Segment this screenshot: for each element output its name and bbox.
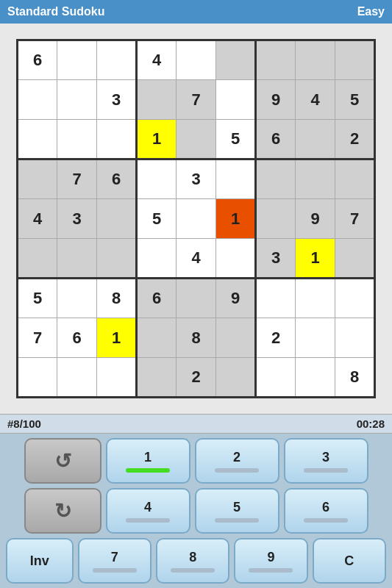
cell-r3-c3[interactable] xyxy=(137,159,177,199)
cell-r2-c0[interactable] xyxy=(18,120,57,159)
cell-r8-c0[interactable] xyxy=(18,358,57,398)
cell-r5-c3[interactable] xyxy=(137,239,177,279)
cell-r0-c1[interactable] xyxy=(57,40,97,80)
cell-r4-c4[interactable] xyxy=(177,199,216,239)
cell-r6-c0[interactable]: 5 xyxy=(18,279,57,318)
cell-r8-c2[interactable] xyxy=(97,358,137,398)
cell-r3-c4[interactable]: 3 xyxy=(177,159,216,199)
cell-r7-c2[interactable]: 1 xyxy=(97,318,137,358)
cell-r8-c1[interactable] xyxy=(57,358,97,398)
cell-r0-c5[interactable] xyxy=(216,40,256,80)
cell-r4-c1[interactable]: 3 xyxy=(57,199,97,239)
cell-r2-c4[interactable] xyxy=(177,120,216,159)
cell-r3-c0[interactable] xyxy=(18,159,57,199)
cell-r5-c6[interactable]: 3 xyxy=(256,239,296,279)
num-button-4[interactable]: 4 xyxy=(106,488,190,534)
cell-r1-c6[interactable]: 9 xyxy=(256,80,296,120)
cell-r0-c8[interactable] xyxy=(335,40,375,80)
num-button-5[interactable]: 5 xyxy=(195,488,279,534)
cell-r0-c4[interactable] xyxy=(177,40,216,80)
cell-r7-c3[interactable] xyxy=(137,318,177,358)
cell-value-r2-c6: 6 xyxy=(271,129,280,148)
cell-r8-c7[interactable] xyxy=(296,358,335,398)
cell-r4-c6[interactable] xyxy=(256,199,296,239)
num-button-2[interactable]: 2 xyxy=(195,438,279,484)
cell-r6-c3[interactable]: 6 xyxy=(137,279,177,318)
cell-r0-c7[interactable] xyxy=(296,40,335,80)
cell-r1-c1[interactable] xyxy=(57,80,97,120)
header-title: Standard Sudoku xyxy=(7,5,104,18)
cell-r6-c5[interactable]: 9 xyxy=(216,279,256,318)
cell-r6-c4[interactable] xyxy=(177,279,216,318)
cell-r0-c6[interactable] xyxy=(256,40,296,80)
cell-r6-c7[interactable] xyxy=(296,279,335,318)
cell-r8-c3[interactable] xyxy=(137,358,177,398)
cell-r6-c2[interactable]: 8 xyxy=(97,279,137,318)
cell-r4-c8[interactable]: 7 xyxy=(335,199,375,239)
cell-r5-c1[interactable] xyxy=(57,239,97,279)
num-button-8[interactable]: 8 xyxy=(156,538,229,584)
cell-r0-c3[interactable]: 4 xyxy=(137,40,177,80)
cell-r6-c6[interactable] xyxy=(256,279,296,318)
cell-r2-c1[interactable] xyxy=(57,120,97,159)
cell-r3-c6[interactable] xyxy=(256,159,296,199)
cell-r7-c1[interactable]: 6 xyxy=(57,318,97,358)
cell-r1-c3[interactable] xyxy=(137,80,177,120)
cell-r5-c5[interactable] xyxy=(216,239,256,279)
cell-r5-c8[interactable] xyxy=(335,239,375,279)
cell-r7-c7[interactable] xyxy=(296,318,335,358)
cell-r5-c4[interactable]: 4 xyxy=(177,239,216,279)
cell-r2-c5[interactable]: 5 xyxy=(216,120,256,159)
cell-r1-c2[interactable]: 3 xyxy=(97,80,137,120)
cell-r3-c1[interactable]: 7 xyxy=(57,159,97,199)
cell-r4-c2[interactable] xyxy=(97,199,137,239)
cell-r7-c5[interactable] xyxy=(216,318,256,358)
cell-r4-c7[interactable]: 9 xyxy=(296,199,335,239)
cell-r2-c2[interactable] xyxy=(97,120,137,159)
cell-r7-c4[interactable]: 8 xyxy=(177,318,216,358)
cell-r6-c8[interactable] xyxy=(335,279,375,318)
cell-r0-c0[interactable]: 6 xyxy=(18,40,57,80)
clear-button[interactable]: C xyxy=(313,538,386,584)
cell-value-r6-c5: 9 xyxy=(231,289,240,307)
cell-r6-c1[interactable] xyxy=(57,279,97,318)
num-button-9[interactable]: 9 xyxy=(234,538,307,584)
cell-r3-c5[interactable] xyxy=(216,159,256,199)
cell-r4-c0[interactable]: 4 xyxy=(18,199,57,239)
cell-r2-c6[interactable]: 6 xyxy=(256,120,296,159)
cell-r4-c3[interactable]: 5 xyxy=(137,199,177,239)
cell-r2-c3[interactable]: 1 xyxy=(137,120,177,159)
cell-r1-c5[interactable] xyxy=(216,80,256,120)
cell-r3-c7[interactable] xyxy=(296,159,335,199)
cell-r8-c5[interactable] xyxy=(216,358,256,398)
cell-r1-c8[interactable]: 5 xyxy=(335,80,375,120)
cell-value-r4-c7: 9 xyxy=(310,209,319,228)
cell-r5-c2[interactable] xyxy=(97,239,137,279)
cell-r7-c8[interactable] xyxy=(335,318,375,358)
num-button-3[interactable]: 3 xyxy=(284,438,368,484)
num-button-6[interactable]: 6 xyxy=(284,488,368,534)
puzzle-number: #8/100 xyxy=(7,417,41,430)
inv-button[interactable]: Inv xyxy=(6,538,74,584)
undo-button[interactable] xyxy=(24,438,101,484)
cell-r2-c8[interactable]: 2 xyxy=(335,120,375,159)
cell-r7-c6[interactable]: 2 xyxy=(256,318,296,358)
redo-button[interactable] xyxy=(24,488,101,534)
cell-r4-c5[interactable]: 1 xyxy=(216,199,256,239)
cell-r8-c4[interactable]: 2 xyxy=(177,358,216,398)
cell-r2-c7[interactable] xyxy=(296,120,335,159)
cell-r3-c8[interactable] xyxy=(335,159,375,199)
cell-r5-c0[interactable] xyxy=(18,239,57,279)
cell-r1-c0[interactable] xyxy=(18,80,57,120)
cell-r1-c7[interactable]: 4 xyxy=(296,80,335,120)
cell-r0-c2[interactable] xyxy=(97,40,137,80)
cell-r8-c6[interactable] xyxy=(256,358,296,398)
cell-value-r5-c7: 1 xyxy=(310,248,319,267)
cell-r5-c7[interactable]: 1 xyxy=(296,239,335,279)
num-button-1[interactable]: 1 xyxy=(106,438,190,484)
cell-r7-c0[interactable]: 7 xyxy=(18,318,57,358)
num-button-7[interactable]: 7 xyxy=(78,538,152,584)
cell-r3-c2[interactable]: 6 xyxy=(97,159,137,199)
cell-r1-c4[interactable]: 7 xyxy=(177,80,216,120)
cell-r8-c8[interactable]: 8 xyxy=(335,358,375,398)
